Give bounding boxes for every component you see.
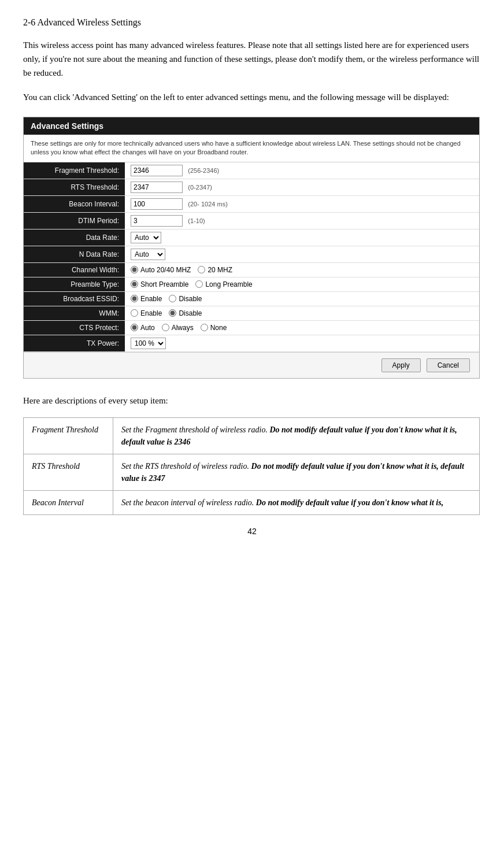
tx-power-select[interactable]: 100 % 75 % 50 % 25 % 10 %	[131, 338, 166, 349]
fragment-threshold-input[interactable]	[131, 165, 183, 176]
preamble-type-row: Preamble Type: Short Preamble Long Pream…	[24, 277, 479, 291]
dtim-period-value-cell: (1-10)	[125, 212, 479, 229]
apply-button[interactable]: Apply	[381, 358, 421, 372]
preamble-type-group: Short Preamble Long Preamble	[131, 280, 473, 288]
dtim-period-input[interactable]	[131, 215, 183, 227]
wmm-group: Enable Disable	[131, 309, 473, 317]
wmm-row: WMM: Enable Disable	[24, 306, 479, 320]
wmm-label: WMM:	[24, 306, 125, 320]
data-rate-select[interactable]: Auto 1M 2M 5.5M 11M 6M 12M 24M 54M	[131, 232, 161, 243]
channel-width-group: Auto 20/40 MHZ 20 MHZ	[131, 266, 473, 274]
wmm-disable-radio[interactable]	[169, 309, 176, 317]
preamble-long-radio[interactable]	[195, 280, 203, 288]
data-rate-row: Data Rate: Auto 1M 2M 5.5M 11M 6M 12M 24…	[24, 229, 479, 246]
page-title: 2-6 Advanced Wireless Settings	[23, 17, 481, 28]
panel-footer: Apply Cancel	[24, 352, 479, 378]
wmm-disable-label[interactable]: Disable	[169, 309, 202, 317]
desc-content-rts: Set the RTS threshold of wireless radio.…	[113, 454, 480, 490]
broadcast-essid-enable-radio[interactable]	[131, 295, 138, 302]
preamble-type-label: Preamble Type:	[24, 277, 125, 291]
tx-power-label: TX Power:	[24, 335, 125, 351]
tx-power-value-cell: 100 % 75 % 50 % 25 % 10 %	[125, 335, 479, 351]
broadcast-essid-disable-radio[interactable]	[169, 295, 176, 302]
preamble-type-value-cell: Short Preamble Long Preamble	[125, 277, 479, 291]
advanced-settings-panel: Advanced Settings These settings are onl…	[23, 117, 480, 379]
data-rate-value-cell: Auto 1M 2M 5.5M 11M 6M 12M 24M 54M	[125, 229, 479, 246]
rts-threshold-input[interactable]	[131, 182, 183, 193]
cts-protect-row: CTS Protect: Auto Always None	[24, 320, 479, 335]
fragment-threshold-value-cell: (256-2346)	[125, 162, 479, 179]
channel-width-row: Channel Width: Auto 20/40 MHZ 20 MHZ	[24, 262, 479, 277]
rts-threshold-row: RTS Threshold: (0-2347)	[24, 179, 479, 195]
channel-width-auto-label[interactable]: Auto 20/40 MHZ	[131, 266, 191, 274]
wmm-enable-radio[interactable]	[131, 309, 138, 317]
broadcast-essid-enable-label[interactable]: Enable	[131, 295, 162, 303]
dtim-period-hint: (1-10)	[188, 217, 205, 224]
rts-threshold-hint: (0-2347)	[188, 184, 212, 191]
wmm-enable-label[interactable]: Enable	[131, 309, 162, 317]
rts-threshold-value-cell: (0-2347)	[125, 179, 479, 195]
dtim-period-label: DTIM Period:	[24, 212, 125, 229]
channel-width-value-cell: Auto 20/40 MHZ 20 MHZ	[125, 262, 479, 277]
desc-row-beacon: Beacon Interval Set the beacon interval …	[24, 490, 480, 514]
wmm-value-cell: Enable Disable	[125, 306, 479, 320]
settings-table: Fragment Threshold: (256-2346) RTS Thres…	[24, 162, 479, 352]
fragment-threshold-row: Fragment Threshold: (256-2346)	[24, 162, 479, 179]
preamble-short-radio[interactable]	[131, 280, 138, 288]
beacon-interval-row: Beacon Interval: (20- 1024 ms)	[24, 195, 479, 212]
desc-row-rts: RTS Threshold Set the RTS threshold of w…	[24, 454, 480, 490]
broadcast-essid-value-cell: Enable Disable	[125, 291, 479, 306]
n-data-rate-value-cell: Auto MCS0 MCS1 MCS2 MCS3 MCS4 MCS5 MCS6 …	[125, 246, 479, 262]
cts-protect-group: Auto Always None	[131, 324, 473, 332]
cts-protect-auto-radio[interactable]	[131, 324, 138, 331]
desc-term-rts: RTS Threshold	[24, 454, 113, 490]
broadcast-essid-label: Broadcast ESSID:	[24, 291, 125, 306]
channel-width-auto-radio[interactable]	[131, 266, 138, 273]
beacon-interval-label: Beacon Interval:	[24, 195, 125, 212]
n-data-rate-row: N Data Rate: Auto MCS0 MCS1 MCS2 MCS3 MC…	[24, 246, 479, 262]
desc-row-fragment: Fragment Threshold Set the Fragment thre…	[24, 417, 480, 454]
panel-notice: These settings are only for more technic…	[24, 135, 479, 162]
fragment-threshold-hint: (256-2346)	[188, 167, 219, 174]
data-rate-label: Data Rate:	[24, 229, 125, 246]
broadcast-essid-group: Enable Disable	[131, 295, 473, 303]
beacon-interval-input[interactable]	[131, 198, 183, 210]
page-number: 42	[23, 527, 481, 536]
beacon-interval-value-cell: (20- 1024 ms)	[125, 195, 479, 212]
cts-protect-always-label[interactable]: Always	[162, 324, 194, 332]
desc-content-fragment: Set the Fragment threshold of wireless r…	[113, 417, 480, 454]
cts-protect-always-radio[interactable]	[162, 324, 169, 331]
beacon-interval-hint: (20- 1024 ms)	[188, 201, 227, 208]
preamble-long-label[interactable]: Long Preamble	[195, 280, 252, 288]
channel-width-label: Channel Width:	[24, 262, 125, 277]
fragment-threshold-label: Fragment Threshold:	[24, 162, 125, 179]
here-text: Here are descriptions of every setup ite…	[23, 396, 481, 406]
cts-protect-value-cell: Auto Always None	[125, 320, 479, 335]
desc-term-beacon: Beacon Interval	[24, 490, 113, 514]
broadcast-essid-disable-label[interactable]: Disable	[169, 295, 202, 303]
desc-term-fragment: Fragment Threshold	[24, 417, 113, 454]
intro-text: This wireless access point has many adva…	[23, 38, 481, 80]
rts-threshold-label: RTS Threshold:	[24, 179, 125, 195]
n-data-rate-label: N Data Rate:	[24, 246, 125, 262]
preamble-short-label[interactable]: Short Preamble	[131, 280, 188, 288]
broadcast-essid-row: Broadcast ESSID: Enable Disable	[24, 291, 479, 306]
cts-protect-none-radio[interactable]	[201, 324, 208, 331]
desc-content-beacon: Set the beacon interval of wireless radi…	[113, 490, 480, 514]
cts-protect-label: CTS Protect:	[24, 320, 125, 335]
channel-width-20-radio[interactable]	[198, 266, 205, 273]
click-text: You can click 'Advanced Setting' on the …	[23, 90, 481, 104]
descriptions-table: Fragment Threshold Set the Fragment thre…	[23, 417, 480, 515]
tx-power-row: TX Power: 100 % 75 % 50 % 25 % 10 %	[24, 335, 479, 351]
cts-protect-none-label[interactable]: None	[201, 324, 227, 332]
panel-header: Advanced Settings	[24, 117, 479, 135]
dtim-period-row: DTIM Period: (1-10)	[24, 212, 479, 229]
cts-protect-auto-label[interactable]: Auto	[131, 324, 155, 332]
cancel-button[interactable]: Cancel	[427, 358, 470, 372]
channel-width-20-label[interactable]: 20 MHZ	[198, 266, 232, 274]
n-data-rate-select[interactable]: Auto MCS0 MCS1 MCS2 MCS3 MCS4 MCS5 MCS6 …	[131, 249, 165, 260]
